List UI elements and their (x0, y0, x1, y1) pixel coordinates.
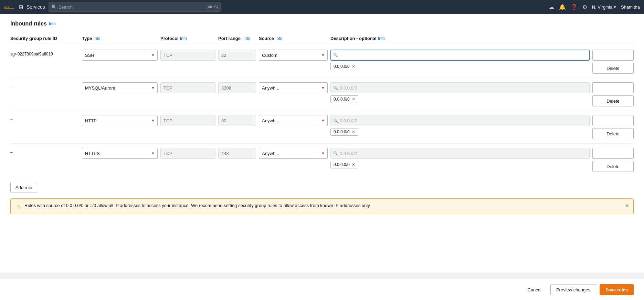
protocol-info-link[interactable]: Info (180, 36, 187, 41)
type-info-link[interactable]: Info (93, 36, 100, 41)
type-select-wrap-0: SSH ▼ (82, 50, 158, 61)
cidr-value-0: 0.0.0.0/0 (334, 64, 350, 69)
source-info-link[interactable]: Info (275, 36, 282, 41)
cidr-tag-1: 0.0.0.0/0 ✕ (330, 95, 358, 103)
apps-icon[interactable]: ⊞ (19, 4, 23, 10)
bell-icon[interactable]: 🔔 (559, 4, 566, 10)
delete-button-0[interactable]: Delete (592, 63, 634, 74)
type-select-0[interactable]: SSH (82, 50, 158, 61)
source-col-2: 🔍 0.0.0.0/0 ✕ (330, 115, 590, 136)
port-col-0 (218, 50, 256, 61)
port-input-0 (218, 50, 256, 61)
source-search-icon-3: 🔍 (333, 151, 338, 156)
delete-button-2[interactable]: Delete (592, 128, 634, 139)
table-row: – MYSQL/Aurora ▼ Anywh... ▼ (10, 78, 634, 111)
delete-button-1[interactable]: Delete (592, 95, 634, 106)
col-header-id: Security group rule ID (10, 36, 79, 41)
nav-right: ☁ 🔔 ❓ ⚙ N. Virginia ▾ Shamitha (549, 4, 640, 10)
source-search-input-3[interactable] (330, 148, 590, 159)
port-input-1 (218, 82, 256, 93)
search-shortcut: [Alt+S] (207, 5, 218, 9)
source-search-wrap-0: 🔍 (330, 50, 590, 61)
source-search-icon-1: 🔍 (333, 86, 338, 90)
port-input-3 (218, 148, 256, 159)
cidr-value-2: 0.0.0.0/0 (334, 130, 350, 134)
protocol-input-1 (160, 82, 215, 93)
source-search-input-0[interactable] (330, 50, 590, 61)
svg-text:aws: aws (4, 6, 9, 8)
aws-logo: aws (4, 3, 15, 10)
type-select-wrap-2: HTTP ▼ (82, 115, 158, 126)
warning-text: Rules with source of 0.0.0.0/0 or ::/0 a… (24, 203, 628, 208)
protocol-col-0 (160, 50, 215, 61)
cidr-tag-3: 0.0.0.0/0 ✕ (330, 161, 358, 168)
col-header-source: Source Info (259, 36, 328, 41)
type-select-1[interactable]: MYSQL/Aurora (82, 82, 158, 93)
source-select-0[interactable]: Custom (259, 50, 328, 61)
gear-icon[interactable]: ⚙ (582, 4, 587, 10)
add-rule-button[interactable]: Add rule (10, 182, 37, 193)
cidr-remove-0[interactable]: ✕ (352, 64, 355, 69)
cidr-value-3: 0.0.0.0/0 (334, 162, 350, 167)
rule-id-0: sgr-0227809baf9aff019 (10, 50, 79, 56)
desc-col-2: Delete (592, 115, 634, 139)
search-input[interactable] (49, 2, 221, 12)
warning-banner: ⚠ Rules with source of 0.0.0.0/0 or ::/0… (10, 198, 634, 214)
source-search-input-1[interactable] (330, 82, 590, 93)
type-select-3[interactable]: HTTPS (82, 148, 158, 159)
delete-button-3[interactable]: Delete (592, 161, 634, 172)
table-row: – HTTPS ▼ Anywh... ▼ 🔍 (10, 144, 634, 176)
cidr-value-1: 0.0.0.0/0 (334, 97, 350, 102)
desc-col-3: Delete (592, 148, 634, 172)
desc-col-0: Delete (592, 50, 634, 74)
source-select-1[interactable]: Anywh... (259, 82, 328, 93)
port-input-2 (218, 115, 256, 126)
source-search-wrap-1: 🔍 (330, 82, 590, 93)
source-select-wrap-1: Anywh... ▼ (259, 82, 328, 93)
cidr-remove-1[interactable]: ✕ (352, 97, 355, 102)
port-col-3 (218, 148, 256, 159)
nav-region[interactable]: N. Virginia ▾ (592, 4, 616, 10)
nav-user[interactable]: Shamitha (621, 4, 640, 10)
table-header: Security group rule ID Type Info Protoco… (10, 33, 634, 44)
inbound-rules-title: Inbound rules Info (10, 21, 634, 27)
type-select-2[interactable]: HTTP (82, 115, 158, 126)
cidr-remove-3[interactable]: ✕ (352, 162, 355, 167)
question-icon[interactable]: ❓ (571, 4, 578, 10)
desc-info-link[interactable]: Info (378, 36, 385, 41)
col-header-protocol: Protocol Info (160, 36, 215, 41)
source-select-3[interactable]: Anywh... (259, 148, 328, 159)
main-content: Inbound rules Info Security group rule I… (0, 14, 644, 272)
port-info-link[interactable]: Info (243, 36, 250, 41)
rule-id-3: – (10, 148, 79, 155)
table-row: – HTTP ▼ Anywh... ▼ 🔍 (10, 111, 634, 144)
source-col-1: 🔍 0.0.0.0/0 ✕ (330, 82, 590, 103)
cloud-icon[interactable]: ☁ (549, 4, 554, 10)
rules-table: sgr-0227809baf9aff019 SSH ▼ Custom ▼ (10, 45, 634, 176)
desc-input-2[interactable] (592, 115, 634, 126)
source-select-wrap-2: Anywh... ▼ (259, 115, 328, 126)
desc-input-1[interactable] (592, 82, 634, 93)
warning-close-button[interactable]: ✕ (625, 203, 629, 208)
protocol-input-2 (160, 115, 215, 126)
source-search-input-2[interactable] (330, 115, 590, 126)
protocol-input-3 (160, 148, 215, 159)
rule-id-1: – (10, 82, 79, 89)
port-col-2 (218, 115, 256, 126)
table-row: sgr-0227809baf9aff019 SSH ▼ Custom ▼ (10, 45, 634, 78)
section-info-link[interactable]: Info (49, 21, 56, 26)
port-col-1 (218, 82, 256, 93)
source-search-icon-0: 🔍 (333, 53, 338, 58)
desc-input-0[interactable] (592, 50, 634, 61)
nav-services[interactable]: Services (27, 4, 45, 10)
top-nav: aws ⊞ Services 🔍 [Alt+S] ☁ 🔔 ❓ ⚙ N. Virg… (0, 0, 644, 14)
source-select-2[interactable]: Anywh... (259, 115, 328, 126)
desc-input-3[interactable] (592, 148, 634, 159)
source-col-3: 🔍 0.0.0.0/0 ✕ (330, 148, 590, 168)
source-select-wrap-0: Custom ▼ (259, 50, 328, 61)
source-col-0: 🔍 0.0.0.0/0 ✕ (330, 50, 590, 70)
section-title-text: Inbound rules (10, 21, 47, 27)
col-header-type: Type Info (82, 36, 158, 41)
cidr-remove-2[interactable]: ✕ (352, 130, 355, 134)
svg-rect-1 (4, 8, 14, 9)
